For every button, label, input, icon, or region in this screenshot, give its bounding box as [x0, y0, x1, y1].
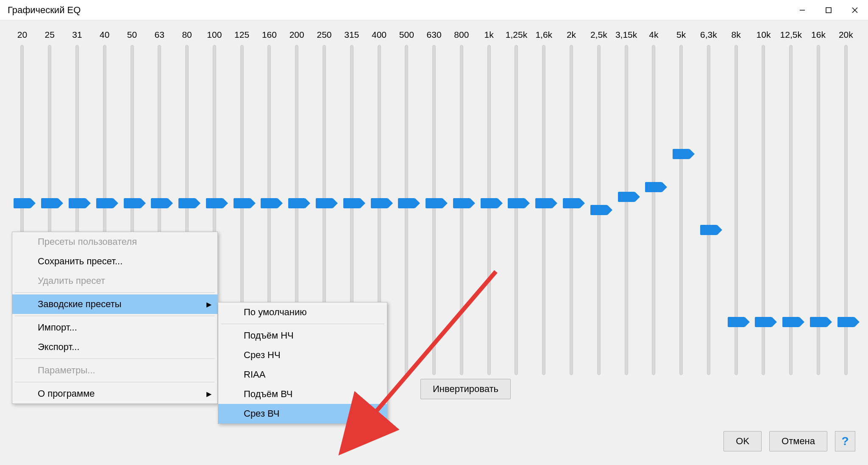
slider-thumb[interactable] [288, 198, 305, 208]
minimize-button[interactable] [789, 0, 815, 20]
slider-thumb[interactable] [481, 198, 498, 208]
slider-thumb[interactable] [508, 198, 525, 208]
slider-thumb[interactable] [426, 198, 442, 208]
eq-slider[interactable] [750, 45, 777, 375]
eq-slider[interactable] [558, 45, 585, 375]
maximize-button[interactable] [815, 0, 842, 20]
slider-thumb[interactable] [590, 205, 607, 215]
slider-thumb[interactable] [371, 198, 388, 208]
eq-slider[interactable] [777, 45, 805, 375]
slider-thumb[interactable] [728, 317, 745, 327]
slider-thumb[interactable] [810, 317, 827, 327]
eq-slider[interactable] [530, 45, 558, 375]
menu-item[interactable]: О программе▶ [12, 384, 217, 403]
slider-thumb[interactable] [535, 198, 552, 208]
slider-thumb[interactable] [151, 198, 168, 208]
frequency-label: 1,6k [530, 30, 558, 40]
frequency-label: 80 [173, 30, 201, 40]
menu-item[interactable]: Срез ВЧ [218, 404, 387, 423]
invert-button[interactable]: Инвертировать [420, 379, 511, 399]
eq-slider[interactable] [832, 45, 860, 375]
slider-thumb[interactable] [398, 198, 415, 208]
slider-thumb[interactable] [453, 198, 470, 208]
menu-item-label: Экспорт... [38, 342, 80, 352]
eq-slider[interactable] [640, 45, 668, 375]
menu-separator [15, 382, 215, 382]
frequency-label: 20k [832, 30, 860, 40]
menu-item[interactable]: Импорт... [12, 318, 217, 337]
chevron-right-icon: ▶ [206, 300, 211, 308]
slider-thumb[interactable] [261, 198, 278, 208]
slider-thumb[interactable] [316, 198, 333, 208]
help-button[interactable]: ? [835, 431, 855, 451]
slider-track [652, 45, 655, 375]
minimize-icon [799, 7, 806, 14]
menu-item[interactable]: Сохранить пресет... [12, 252, 217, 271]
frequency-label: 100 [200, 30, 228, 40]
slider-thumb[interactable] [618, 192, 635, 202]
bottom-bar: OK Отмена ? [0, 431, 868, 451]
menu-item[interactable]: Экспорт... [12, 337, 217, 357]
slider-thumb[interactable] [69, 198, 86, 208]
eq-slider[interactable] [612, 45, 640, 375]
menu-item[interactable]: Заводские пресеты▶ [12, 294, 217, 314]
close-icon [851, 7, 858, 14]
slider-thumb[interactable] [782, 317, 799, 327]
menu-item[interactable]: Подъём НЧ [218, 326, 387, 345]
slider-track [515, 45, 518, 375]
eq-slider[interactable] [475, 45, 503, 375]
slider-thumb[interactable] [41, 198, 58, 208]
slider-thumb[interactable] [343, 198, 360, 208]
ok-button[interactable]: OK [723, 431, 762, 451]
eq-slider[interactable] [805, 45, 832, 375]
menu-item[interactable]: По умолчанию [218, 303, 387, 322]
eq-slider[interactable] [722, 45, 750, 375]
frequency-label: 10k [750, 30, 777, 40]
frequency-label: 8k [722, 30, 750, 40]
slider-thumb[interactable] [14, 198, 31, 208]
frequency-label: 5k [668, 30, 695, 40]
menu-item[interactable]: Срез НЧ [218, 345, 387, 365]
cancel-button[interactable]: Отмена [769, 431, 827, 451]
slider-thumb[interactable] [837, 317, 854, 327]
eq-slider[interactable] [695, 45, 723, 375]
slider-thumb[interactable] [700, 225, 717, 235]
eq-slider[interactable] [585, 45, 612, 375]
eq-slider[interactable] [393, 45, 420, 375]
slider-thumb[interactable] [234, 198, 250, 208]
menu-item[interactable]: RIAA [218, 365, 387, 384]
slider-track [570, 45, 573, 375]
slider-thumb[interactable] [755, 317, 772, 327]
slider-thumb[interactable] [673, 149, 690, 159]
menu-separator [15, 292, 215, 293]
menu-separator [221, 324, 384, 324]
frequency-label: 630 [420, 30, 448, 40]
slider-track [405, 45, 408, 375]
menu-item-label: По умолчанию [244, 307, 307, 317]
frequency-label: 63 [146, 30, 173, 40]
menu-separator [15, 359, 215, 359]
slider-thumb[interactable] [563, 198, 580, 208]
eq-slider[interactable] [668, 45, 695, 375]
slider-thumb[interactable] [206, 198, 223, 208]
menu-item-label: Подъём ВЧ [244, 389, 293, 399]
slider-thumb[interactable] [124, 198, 141, 208]
frequency-label: 31 [64, 30, 91, 40]
slider-thumb[interactable] [645, 182, 662, 192]
help-icon: ? [841, 434, 849, 448]
menu-item-label: О программе [38, 388, 95, 399]
slider-track [542, 45, 545, 375]
frequency-label: 2,5k [585, 30, 612, 40]
close-button[interactable] [842, 0, 868, 20]
slider-track [597, 45, 601, 375]
frequency-label: 1,25k [503, 30, 530, 40]
slider-thumb[interactable] [96, 198, 113, 208]
eq-slider[interactable] [448, 45, 476, 375]
eq-slider[interactable] [503, 45, 530, 375]
menu-item[interactable]: Подъём ВЧ [218, 384, 387, 404]
eq-slider[interactable] [420, 45, 448, 375]
menu-item-label: Срез ВЧ [244, 408, 279, 419]
slider-thumb[interactable] [178, 198, 195, 208]
menu-item-label: Удалить пресет [38, 275, 105, 286]
menu-item-label: Параметры... [38, 365, 95, 375]
